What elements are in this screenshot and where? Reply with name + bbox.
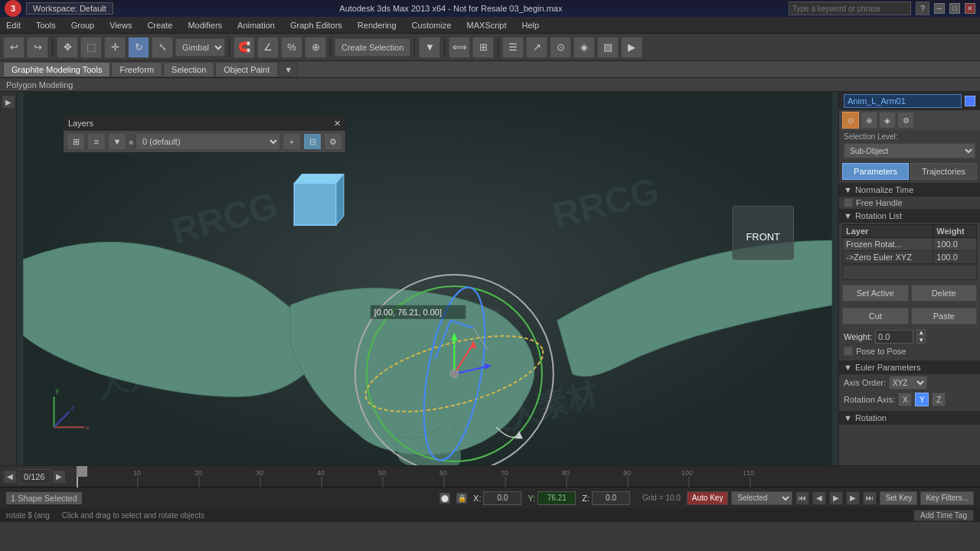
timeline-arrow-left[interactable]: ◀ <box>3 470 17 484</box>
schematic-view-btn[interactable]: ⊙ <box>550 37 571 58</box>
menu-tools[interactable]: Tools <box>33 19 59 31</box>
hierarchy-icon-btn[interactable]: ⊕ <box>861 112 877 129</box>
weight-spin-up[interactable]: ▲ ▼ <box>916 329 926 344</box>
menu-help[interactable]: Help <box>519 19 543 31</box>
menu-create[interactable]: Create <box>144 19 175 31</box>
menu-graph-editors[interactable]: Graph Editors <box>287 19 345 31</box>
mirror-btn[interactable]: ⟺ <box>449 37 470 58</box>
free-handle-checkbox[interactable] <box>844 198 853 207</box>
timeline-bar[interactable]: 0 10 20 30 40 50 60 70 80 90 100 110 <box>77 466 980 487</box>
tab-graphite-modeling[interactable]: Graphite Modeling Tools <box>3 62 110 77</box>
rotation-list-header[interactable]: ▼ Rotation List <box>839 209 980 223</box>
move-btn[interactable]: ✛ <box>104 37 126 58</box>
display-icon-btn[interactable]: ◈ <box>879 112 896 129</box>
next-frame-btn[interactable]: ▶ <box>846 491 860 505</box>
selected-dropdown[interactable]: Selected All <box>731 491 792 505</box>
pose-to-pose-checkbox[interactable] <box>844 347 853 356</box>
layers-close-btn[interactable]: ✕ <box>334 119 341 129</box>
svg-text:z: z <box>70 404 74 412</box>
layers-sort-btn[interactable]: ≡ <box>87 133 106 150</box>
set-active-btn[interactable]: Set Active <box>842 285 909 302</box>
menu-animation[interactable]: Animation <box>234 19 278 31</box>
table-row[interactable]: ->Zero Euler XYZ 100.0 <box>843 251 977 264</box>
undo-btn[interactable]: ↩ <box>3 37 24 58</box>
spinner-snap-btn[interactable]: ⊕ <box>305 37 326 58</box>
layers-add-btn[interactable]: + <box>283 133 301 150</box>
tab-freeform[interactable]: Freeform <box>111 62 162 77</box>
layer-mgr-btn[interactable]: ☰ <box>502 37 524 58</box>
menu-group[interactable]: Group <box>68 19 98 31</box>
normalize-time-header[interactable]: ▼ Normalize Time <box>839 183 980 197</box>
tab-selection[interactable]: Selection <box>163 62 214 77</box>
help-btn[interactable]: ? <box>916 2 929 15</box>
gimbal-dropdown[interactable]: Gimbal World Local Screen <box>175 38 225 57</box>
table-row[interactable]: Frozen Rotat... 100.0 <box>843 238 977 251</box>
layers-dropdown[interactable]: 0 (default) <box>136 133 280 150</box>
more-tabs-btn[interactable]: ▼ <box>279 62 298 77</box>
minimize-btn[interactable]: ─ <box>934 3 945 14</box>
align-btn[interactable]: ⊞ <box>472 37 494 58</box>
close-btn[interactable]: ✕ <box>965 3 975 14</box>
delete-btn[interactable]: Delete <box>911 285 978 302</box>
menu-rendering[interactable]: Rendering <box>354 19 400 31</box>
first-frame-btn[interactable]: ⏮ <box>795 491 809 505</box>
selection-level-dropdown[interactable]: Sub-Object Object <box>844 143 975 158</box>
status-icon-1[interactable]: ⬤ <box>439 493 450 504</box>
workspace-dropdown[interactable]: Workspace: Default <box>26 2 113 15</box>
last-frame-btn[interactable]: ⏭ <box>863 491 877 505</box>
key-filters-btn[interactable]: Key Filters... <box>920 491 974 505</box>
menu-views[interactable]: Views <box>106 19 135 31</box>
axis-x-btn[interactable]: X <box>898 393 912 406</box>
select-btn[interactable]: ✥ <box>57 37 78 58</box>
snap-toggle[interactable]: 🧲 <box>234 37 255 58</box>
rotate-btn[interactable]: ↻ <box>128 37 149 58</box>
curve-editor-btn[interactable]: ↗ <box>526 37 547 58</box>
named-selection-dropdown[interactable]: ▼ <box>419 37 440 58</box>
menu-edit[interactable]: Edit <box>3 19 24 31</box>
euler-params-header[interactable]: ▼ Euler Parameters <box>839 360 980 374</box>
paste-btn[interactable]: Paste <box>911 308 978 324</box>
utilities-icon-btn[interactable]: ⚙ <box>897 112 914 129</box>
layers-settings-btn[interactable]: ⚙ <box>324 133 342 150</box>
layers-filter-btn[interactable]: ▼ <box>108 133 126 150</box>
weight-input[interactable] <box>875 330 913 344</box>
auto-key-btn[interactable]: Auto Key <box>687 491 729 505</box>
prev-frame-btn[interactable]: ◀ <box>812 491 826 505</box>
expand-viewport-btn[interactable]: ▶ <box>2 95 15 109</box>
layers-icon-btn[interactable]: ⊞ <box>67 133 85 150</box>
select-region-btn[interactable]: ⬚ <box>80 37 102 58</box>
render-btn[interactable]: ▶ <box>621 37 642 58</box>
col-layer: Layer <box>843 225 933 238</box>
axis-z-btn[interactable]: Z <box>932 393 946 406</box>
viewport[interactable]: [+] [Perspective] [Shaded] RRCG RRCG RRC… <box>17 92 838 465</box>
object-color-swatch[interactable] <box>965 96 975 106</box>
play-btn[interactable]: ▶ <box>829 491 843 505</box>
scale-btn[interactable]: ⤡ <box>152 37 173 58</box>
search-input[interactable] <box>789 2 911 15</box>
set-key-btn[interactable]: Set Key <box>880 491 917 505</box>
menu-modifiers[interactable]: Modifiers <box>185 19 225 31</box>
add-time-tag-btn[interactable]: Add Time Tag <box>913 510 974 521</box>
percent-snap-btn[interactable]: % <box>281 37 302 58</box>
render-setup-btn[interactable]: ▨ <box>597 37 619 58</box>
create-selection-btn[interactable]: Create Selection <box>335 38 410 57</box>
status-lock-icon[interactable]: 🔒 <box>456 493 467 504</box>
tab-trajectories[interactable]: Trajectories <box>910 163 977 180</box>
motion-icon-btn[interactable]: ⊙ <box>842 112 859 129</box>
redo-btn[interactable]: ↪ <box>27 37 48 58</box>
menu-maxscript[interactable]: MAXScript <box>464 19 510 31</box>
axis-order-dropdown[interactable]: XYZ XZY YXZ <box>889 376 927 390</box>
axis-y-btn[interactable]: Y <box>915 393 929 406</box>
right-panel-tabs: Parameters Trajectories <box>839 160 980 180</box>
maximize-btn[interactable]: □ <box>949 3 960 14</box>
tab-parameters[interactable]: Parameters <box>842 163 909 180</box>
tab-object-paint[interactable]: Object Paint <box>215 62 278 77</box>
layers-delete-btn[interactable]: ⊟ <box>303 133 322 150</box>
menu-customize[interactable]: Customize <box>409 19 455 31</box>
object-name-input[interactable] <box>844 94 962 108</box>
angle-snap-btn[interactable]: ∠ <box>257 37 279 58</box>
rotation-section-header[interactable]: ▼ Rotation <box>839 411 980 425</box>
cut-btn[interactable]: Cut <box>842 308 909 324</box>
material-editor-btn[interactable]: ◈ <box>573 37 595 58</box>
timeline-arrow-right[interactable]: ▶ <box>52 470 66 484</box>
